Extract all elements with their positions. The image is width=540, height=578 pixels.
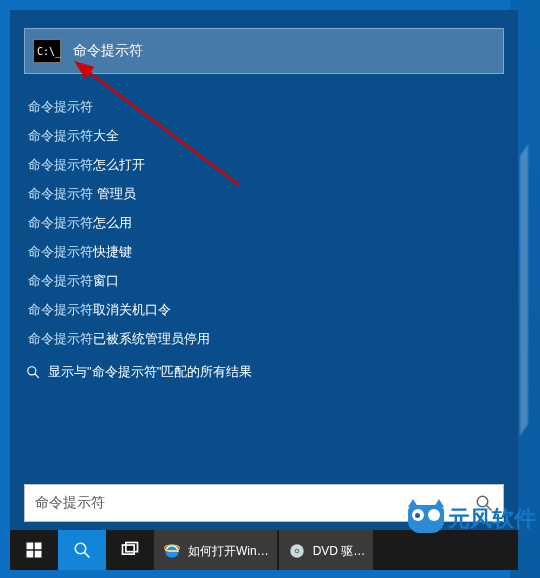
show-all-text: 显示与"命令提示符"匹配的所有结果 <box>48 363 252 381</box>
suggestion-prefix: 命令提示符 <box>28 302 93 317</box>
screen: C:\_ 命令提示符 命令提示符命令提示符大全命令提示符怎么打开命令提示符 管理… <box>0 0 540 578</box>
taskbar-app-button[interactable]: 如何打开Win… <box>154 530 277 570</box>
suggestion-prefix: 命令提示符 <box>28 215 93 230</box>
windows-logo-icon <box>25 541 43 559</box>
top-result-item[interactable]: C:\_ 命令提示符 <box>24 28 504 74</box>
svg-line-1 <box>35 374 39 378</box>
suggestion-suffix: 窗口 <box>93 273 119 288</box>
svg-rect-8 <box>35 551 42 558</box>
search-icon <box>73 541 91 559</box>
top-result-label: 命令提示符 <box>73 42 143 60</box>
suggestion-suffix: 快捷键 <box>93 244 132 259</box>
search-icon <box>475 494 493 512</box>
search-suggestions-list: 命令提示符命令提示符大全命令提示符怎么打开命令提示符 管理员命令提示符怎么用命令… <box>28 92 504 353</box>
ie-icon <box>162 541 182 561</box>
search-suggestion-item[interactable]: 命令提示符怎么打开 <box>28 150 504 179</box>
suggestion-prefix: 命令提示符 <box>28 331 93 346</box>
search-suggestion-item[interactable]: 命令提示符大全 <box>28 121 504 150</box>
start-button[interactable] <box>10 530 58 570</box>
svg-rect-11 <box>123 545 135 554</box>
search-results-panel: C:\_ 命令提示符 命令提示符命令提示符大全命令提示符怎么打开命令提示符 管理… <box>10 10 518 570</box>
svg-line-4 <box>486 505 491 510</box>
search-suggestion-item[interactable]: 命令提示符窗口 <box>28 266 504 295</box>
suggestion-prefix: 命令提示符 <box>28 157 93 172</box>
svg-rect-12 <box>126 543 138 552</box>
disc-icon <box>287 541 307 561</box>
suggestion-prefix: 命令提示符 <box>28 99 93 114</box>
svg-rect-5 <box>27 543 34 550</box>
search-suggestion-item[interactable]: 命令提示符 管理员 <box>28 179 504 208</box>
search-suggestion-item[interactable]: 命令提示符 <box>28 92 504 121</box>
desktop-stripe <box>520 144 528 435</box>
svg-point-0 <box>28 367 36 375</box>
cmd-icon: C:\_ <box>33 39 61 63</box>
svg-point-9 <box>75 543 86 554</box>
taskbar-app-label: DVD 驱… <box>313 543 366 560</box>
task-view-button[interactable] <box>106 530 154 570</box>
svg-line-10 <box>84 552 89 557</box>
svg-rect-7 <box>27 551 34 558</box>
search-box[interactable] <box>24 484 504 522</box>
taskbar-app-button[interactable]: DVD 驱… <box>279 530 374 570</box>
suggestion-prefix: 命令提示符 <box>28 128 93 143</box>
show-all-results[interactable]: 显示与"命令提示符"匹配的所有结果 <box>26 363 518 381</box>
task-view-icon <box>120 540 140 560</box>
suggestion-prefix: 命令提示符 <box>28 273 93 288</box>
suggestion-suffix: 怎么用 <box>93 215 132 230</box>
search-icon <box>26 365 40 379</box>
taskbar: 如何打开Win…DVD 驱… <box>10 530 518 570</box>
suggestion-suffix: 管理员 <box>93 186 136 201</box>
search-suggestion-item[interactable]: 命令提示符已被系统管理员停用 <box>28 324 504 353</box>
svg-rect-6 <box>35 543 42 550</box>
search-suggestion-item[interactable]: 命令提示符取消关机口令 <box>28 295 504 324</box>
search-suggestion-item[interactable]: 命令提示符怎么用 <box>28 208 504 237</box>
suggestion-suffix: 怎么打开 <box>93 157 145 172</box>
search-submit-button[interactable] <box>465 485 503 521</box>
suggestion-prefix: 命令提示符 <box>28 244 93 259</box>
search-input[interactable] <box>25 485 465 521</box>
taskbar-search-button[interactable] <box>58 530 106 570</box>
suggestion-suffix: 已被系统管理员停用 <box>93 331 210 346</box>
svg-point-3 <box>477 496 488 507</box>
svg-point-17 <box>296 550 298 552</box>
suggestion-suffix: 大全 <box>93 128 119 143</box>
suggestion-prefix: 命令提示符 <box>28 186 93 201</box>
suggestion-suffix: 取消关机口令 <box>93 302 171 317</box>
taskbar-app-label: 如何打开Win… <box>188 543 269 560</box>
search-suggestion-item[interactable]: 命令提示符快捷键 <box>28 237 504 266</box>
